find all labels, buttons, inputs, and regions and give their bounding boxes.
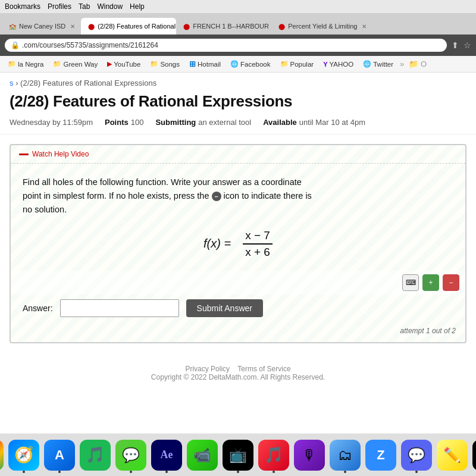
meta-available: Available until Mar 10 at 4pm (263, 118, 365, 127)
dock-zoom[interactable]: Z (365, 440, 396, 471)
tab-label-4: Percent Yield & Limiting (288, 23, 357, 30)
appletv-icon: 📺 (229, 447, 247, 464)
bookmark-songs[interactable]: 📁 Songs (147, 59, 183, 69)
dock-terminal[interactable]: >_ (472, 440, 476, 471)
terms-of-service-link[interactable]: Terms of Service (237, 365, 290, 373)
zoom-icon: Z (377, 447, 384, 463)
dock-spotify[interactable]: 🎵 (80, 440, 111, 471)
answer-toolbar: ⌨ + − (11, 271, 465, 295)
bookmarks-more[interactable]: » (400, 60, 404, 68)
dock-music[interactable]: 🎵 (258, 440, 289, 471)
bookmark-label-5: Hotmail (198, 61, 221, 68)
tab-french[interactable]: ⬤ FRENCH 1 B--HARBOUR ✕ (176, 18, 271, 35)
tab-close-4[interactable]: ✕ (362, 23, 367, 30)
dock-podcasts[interactable]: 🎙 (294, 440, 325, 471)
spotify-icon: 🎵 (86, 446, 105, 464)
share-icon[interactable]: ⬆ (452, 40, 459, 50)
url-box[interactable]: 🔒 .com/courses/55735/assignments/2161264 (5, 39, 447, 52)
bookmark-label-3: YouTube (114, 61, 140, 68)
dock-facetime[interactable]: 📹 (187, 440, 218, 471)
dock-dot-discord (415, 471, 418, 473)
tab-label-2: (2/28) Features of Rational Ex… (98, 23, 176, 30)
bookmark-label-9: Twitter (373, 61, 393, 68)
dock-after-effects[interactable]: Ae (151, 440, 182, 471)
dock-appletv[interactable]: 📺 (223, 440, 253, 471)
discord-icon: 💬 (408, 447, 425, 464)
footer: Privacy Policy Terms of Service Copyrigh… (0, 353, 476, 386)
breadcrumb-home[interactable]: s (10, 79, 14, 87)
add-button[interactable]: + (422, 274, 439, 291)
watch-help-icon (19, 154, 29, 155)
fraction-numerator: x − 7 (243, 229, 273, 245)
keyboard-button[interactable]: ⌨ (402, 274, 419, 291)
bookmark-la-negra[interactable]: 📁 la Negra (5, 59, 46, 69)
problem-line3: icon to indicate there is (224, 191, 312, 201)
dock-notes[interactable]: ✏️ (437, 440, 468, 471)
menu-bar: Bookmarks Profiles Tab Window Help (0, 0, 476, 13)
tab-close-1[interactable]: ✕ (70, 23, 75, 30)
fraction-denominator: x + 6 (243, 245, 273, 259)
twitter-icon: 🌐 (363, 60, 371, 68)
breadcrumb-current: (2/28) Features of Rational Expressions (20, 79, 156, 87)
folder-icon-2: 📁 (53, 60, 61, 68)
bookmark-popular[interactable]: 📁 Popular (277, 59, 317, 69)
tab-favicon-3: ⬤ (182, 22, 190, 30)
yahoo-icon: Y (323, 61, 327, 68)
bookmark-yahoo[interactable]: Y YAHOO (320, 60, 356, 69)
lock-icon: 🔒 (11, 41, 20, 49)
meta-points-value: 100 (131, 118, 144, 127)
bookmark-hotmail[interactable]: ⊞ Hotmail (186, 58, 224, 70)
dock-chrome[interactable]: 🌐 (0, 440, 4, 471)
fraction: x − 7 x + 6 (243, 229, 273, 259)
submit-button[interactable]: Submit Answer (186, 299, 263, 317)
hotmail-icon: ⊞ (189, 60, 196, 68)
dock-appstore[interactable]: A (44, 440, 75, 471)
menu-window[interactable]: Window (97, 2, 123, 11)
podcasts-icon: 🎙 (302, 447, 317, 464)
bookmark-label-2: Green Way (63, 61, 98, 68)
bookmark-twitter[interactable]: 🌐 Twitter (360, 59, 396, 69)
answer-label: Answer: (23, 303, 53, 313)
dock-discord[interactable]: 💬 (401, 440, 432, 471)
tab-label-3: FRENCH 1 B--HARBOUR (193, 23, 269, 30)
bookmark-label-7: Popular (290, 61, 314, 68)
bookmark-label-4: Songs (160, 61, 180, 68)
folder-icon-3: 📁 (150, 60, 158, 68)
problem-line4: no solution. (23, 205, 67, 214)
menu-tab[interactable]: Tab (79, 2, 90, 11)
bookmark-facebook[interactable]: 🌐 Facebook (227, 59, 274, 69)
dock-dot-appletv (237, 471, 239, 473)
meta-available-value: until Mar 10 at 4pm (299, 118, 365, 127)
tab-new-caney[interactable]: 🏫 New Caney ISD ✕ (2, 18, 81, 35)
bookmark-star-icon[interactable]: ☆ (464, 40, 471, 50)
menu-bookmarks[interactable]: Bookmarks (5, 2, 40, 11)
menu-profiles[interactable]: Profiles (48, 2, 71, 11)
dock-messages[interactable]: 💬 (115, 440, 146, 471)
dock-finder[interactable]: 🗂 (330, 440, 361, 471)
privacy-policy-link[interactable]: Privacy Policy (185, 365, 230, 373)
problem-line1: Find all holes of the following function… (23, 177, 302, 187)
tab-features-rational[interactable]: ⬤ (2/28) Features of Rational Ex… ✕ (81, 18, 176, 35)
copyright-text: Copyright © 2022 DeltaMath.com. All Righ… (0, 373, 476, 381)
folder-icon-1: 📁 (8, 60, 16, 68)
answer-input[interactable] (60, 299, 179, 317)
minus-button[interactable]: − (443, 274, 459, 291)
menu-help[interactable]: Help (130, 2, 145, 11)
page-title: (2/28) Features of Rational Expressions (0, 90, 476, 118)
problem-text: Find all holes of the following function… (11, 164, 465, 223)
formula-prefix: f(x) = (203, 237, 231, 250)
watch-help-video[interactable]: Watch Help Video (11, 145, 465, 164)
appstore-icon: A (55, 447, 64, 463)
dock-dot-safari (23, 471, 25, 473)
bookmark-label-6: Facebook (240, 61, 271, 68)
ae-icon: Ae (161, 449, 173, 461)
tab-percent-yield[interactable]: ⬤ Percent Yield & Limiting ✕ (271, 18, 367, 35)
tab-bar: 🏫 New Caney ISD ✕ ⬤ (2/28) Features of R… (0, 13, 476, 35)
folder-icon-4: 📁 (280, 60, 289, 68)
dock-safari[interactable]: 🧭 (8, 440, 39, 471)
dock: 🌐 🧭 A 🎵 💬 Ae 📹 📺 🎵 🎙 🗂 Z 💬 (0, 433, 476, 476)
bookmark-green-way[interactable]: 📁 Green Way (50, 59, 101, 69)
bookmarks-folder[interactable]: 📁 O (409, 60, 427, 68)
bookmark-youtube[interactable]: ▶ YouTube (104, 59, 143, 69)
tab-favicon-2: ⬤ (87, 22, 95, 30)
